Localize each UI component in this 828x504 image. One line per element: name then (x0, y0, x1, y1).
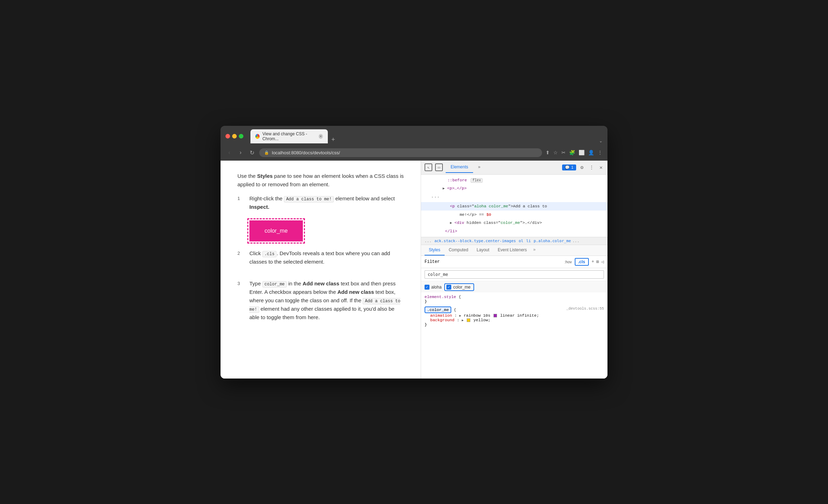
close-traffic-light[interactable] (225, 134, 230, 138)
title-bar: View and change CSS - Chrom... ✕ + ⌄ (221, 126, 607, 146)
profile-menu-icon[interactable]: ⬜ (579, 150, 585, 155)
dom-line-p-selected[interactable]: <p class="aloha color_me">Add a class to (421, 202, 607, 211)
color-me-selector[interactable]: .color_me (425, 306, 451, 313)
webpage-content: Use the Styles pane to see how an elemen… (221, 161, 421, 379)
tab-expand-icon[interactable]: ⌄ (599, 138, 603, 143)
intro-paragraph: Use the Styles pane to see how an elemen… (237, 172, 404, 189)
p-line2-text: me!</p> (460, 212, 477, 217)
forward-button[interactable]: › (237, 149, 244, 156)
inspector-cursor-icon[interactable]: ↖ (425, 163, 432, 171)
styles-tabs-more[interactable]: » (531, 245, 538, 256)
background-expand[interactable]: ▶ (462, 319, 464, 322)
elements-tab[interactable]: Elements (446, 162, 473, 173)
color-me-label: color_me (453, 285, 470, 290)
element-style-selector: element.style (425, 295, 456, 299)
copy-style-icon[interactable]: ⊞ (596, 259, 599, 265)
styles-bold: Styles (257, 173, 273, 179)
add-class-input[interactable] (425, 270, 604, 279)
dom-line-p-short[interactable]: ▶ <p>…</p> (421, 184, 607, 193)
breadcrumb-item-4[interactable]: p.aloha.color_me (534, 239, 571, 243)
dom-line-before[interactable]: ::before flex (421, 176, 607, 185)
before-pseudo: ::before (447, 178, 467, 182)
color-me-checkbox[interactable]: ✓ (446, 285, 451, 290)
step-1-content: Right-click the Add a class to me! eleme… (249, 194, 404, 241)
minimize-traffic-light[interactable] (232, 134, 237, 138)
browser-window: View and change CSS - Chrom... ✕ + ⌄ ‹ ›… (221, 126, 607, 379)
cls-button[interactable]: .cls (575, 258, 589, 266)
back-button[interactable]: ‹ (225, 149, 233, 156)
filter-label: Filter (425, 259, 440, 264)
list-item: 2 Click .cls. DevTools reveals a text bo… (237, 249, 404, 272)
breadcrumb-dots[interactable]: ... (425, 239, 432, 243)
color-me-chip[interactable]: ✓ color_me (444, 283, 474, 291)
breadcrumb-item-2[interactable]: ol (519, 239, 523, 243)
dom-line-li-close[interactable]: </li> (421, 227, 607, 235)
add-style-icon[interactable]: + (592, 259, 594, 265)
dom-tree: ::before flex ▶ <p>…</p> ··· <p cl (421, 175, 607, 237)
add-new-class-bold: Add new class (302, 280, 339, 286)
devtools-header: ↖ ▭ Elements » 💬 1 ⚙ ⋮ ✕ (421, 161, 607, 175)
hov-button[interactable]: :hov (565, 260, 572, 264)
device-toggle-icon[interactable]: ▭ (435, 163, 443, 171)
avatar-icon[interactable]: 👤 (588, 150, 594, 155)
breadcrumb-item-3[interactable]: li (526, 239, 531, 243)
bookmark-icon[interactable]: ☆ (553, 150, 558, 155)
animation-prop: animation : ▶ rainbow 10s linear infinit… (425, 313, 604, 318)
devtools-close-button[interactable]: ✕ (598, 163, 604, 172)
dom-line-dots[interactable]: ··· (421, 193, 607, 202)
extensions-icon[interactable]: 🧩 (569, 150, 575, 155)
tab-title: View and change CSS - Chrom... (262, 131, 316, 141)
animation-expand[interactable]: ▶ (459, 314, 461, 318)
more-tabs-button[interactable]: » (473, 162, 485, 173)
step-1-code: Add a class to me! (284, 196, 334, 202)
add-new-class-bold-2: Add new class (337, 289, 374, 295)
message-badge[interactable]: 💬 1 (562, 164, 576, 170)
yellow-swatch (467, 318, 470, 322)
computed-tab[interactable]: Computed (445, 245, 472, 256)
div-tag: <div (454, 220, 464, 225)
element-style-rule: element.style { } (425, 295, 604, 304)
filter-bar: Filter :hov .cls + ⊞ ◁ (421, 256, 607, 268)
list-item: 3 Type color_me in the Add new class tex… (237, 279, 404, 328)
aloha-chip[interactable]: ✓ aloha (425, 283, 441, 291)
dom-dots: ··· (428, 194, 442, 201)
breadcrumb-more[interactable]: ... (572, 239, 579, 243)
active-tab[interactable]: View and change CSS - Chrom... ✕ (250, 129, 328, 143)
devtools-panel: ↖ ▭ Elements » 💬 1 ⚙ ⋮ ✕ (421, 161, 607, 379)
p-content: ">Add a class to (508, 204, 547, 208)
refresh-button[interactable]: ↻ (248, 149, 256, 156)
event-listeners-tab[interactable]: Event Listeners (493, 245, 531, 256)
hidden-attr: hidden class=" (467, 220, 501, 225)
scissors-icon[interactable]: ✂ (561, 150, 566, 155)
aloha-checkbox[interactable]: ✓ (425, 285, 429, 290)
chrome-menu-icon[interactable]: ⋮ (598, 150, 603, 155)
settings-icon[interactable]: ⚙ (579, 163, 585, 172)
tab-close-button[interactable]: ✕ (319, 134, 323, 139)
p-open-tag: <p (450, 204, 455, 208)
breadcrumb-item-1[interactable]: ack.stack--block.type.center-images (434, 239, 516, 243)
more-options-icon[interactable]: ⋮ (588, 163, 595, 172)
css-rules: element.style { } .color_me { _devtools.… (421, 292, 607, 379)
toggle-style-icon[interactable]: ◁ (601, 259, 604, 265)
dom-line-p-line2[interactable]: me!</p> == $0 (421, 211, 607, 219)
url-bar[interactable]: 🔒 localhost:8080/docs/devtools/css/ (259, 148, 542, 157)
fullscreen-traffic-light[interactable] (239, 134, 243, 138)
css-source-file[interactable]: _devtools.scss:55 (566, 306, 604, 311)
color-me-close-brace: } (425, 322, 427, 327)
devtools-header-right: 💬 1 ⚙ ⋮ ✕ (562, 163, 604, 172)
styles-tab[interactable]: Styles (425, 245, 445, 256)
demo-button[interactable]: color_me (249, 220, 303, 241)
share-icon[interactable]: ⬆ (546, 150, 550, 155)
filter-input[interactable] (442, 259, 562, 264)
new-tab-button[interactable]: + (328, 136, 339, 143)
layout-tab[interactable]: Layout (472, 245, 493, 256)
msg-icon: 💬 (565, 165, 570, 170)
aloha-label: aloha (431, 285, 441, 290)
dom-line-div[interactable]: ▶ <div hidden class="color_me">…</div> (421, 219, 607, 227)
dom-dollar: $0 (486, 212, 491, 217)
address-bar-icons: ⬆ ☆ ✂ 🧩 ⬜ 👤 ⋮ (546, 150, 603, 155)
step-2-text: Click .cls. DevTools reveals a text box … (249, 249, 404, 266)
step-number-1: 1 (237, 195, 244, 241)
animation-colon: : (454, 313, 459, 318)
instruction-list: 1 Right-click the Add a class to me! ele… (237, 194, 404, 328)
